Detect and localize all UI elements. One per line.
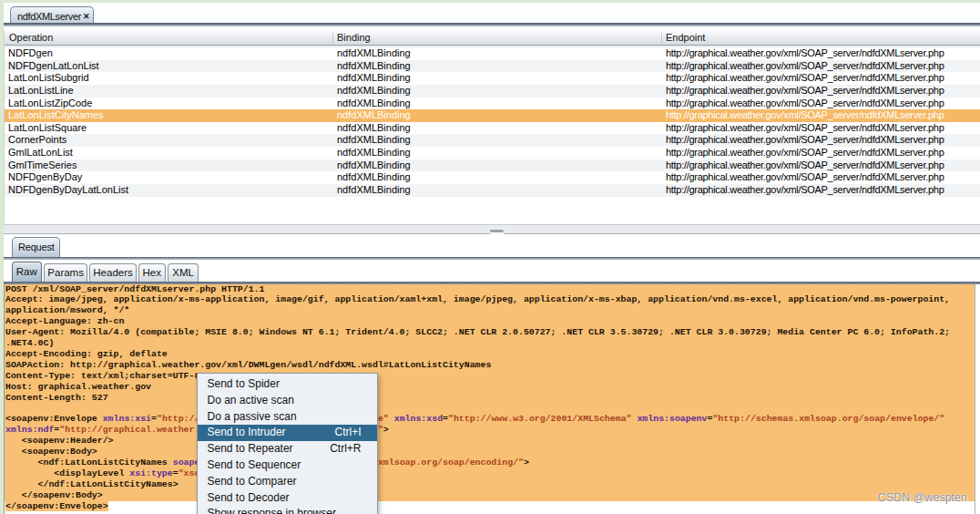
table-row[interactable]: NDFDgenByDayndfdXMLBindinghttp://graphic… (5, 171, 980, 184)
tab-strip-separator (4, 23, 980, 26)
editor-line: POST /xml/SOAP_server/ndfdXMLserver.php … (5, 284, 975, 295)
request-editor[interactable]: POST /xml/SOAP_server/ndfdXMLserver.php … (4, 284, 975, 514)
editor-tab-label: Raw (13, 266, 41, 277)
cell-endpoint: http://graphical.weather.gov/xml/SOAP_se… (666, 109, 980, 122)
cell-endpoint: http://graphical.weather.gov/xml/SOAP_se… (666, 85, 980, 98)
editor-line: application/msword, */* (5, 305, 975, 316)
cell-op: NDFDgenByDayLatLonList (8, 184, 332, 197)
cell-op: NDFDgen (8, 47, 332, 60)
cell-op: CornerPoints (8, 134, 332, 147)
editor-line: Accept: image/jpeg, application/x-ms-app… (5, 294, 975, 305)
editor-line: Host: graphical.weather.gov (5, 382, 975, 393)
editor-line: .NET4.0C) (5, 338, 975, 349)
menu-item-do-an-active-scan[interactable]: Do an active scan (198, 393, 377, 409)
menu-item-label: Show response in browser (208, 507, 336, 514)
split-divider[interactable] (4, 224, 980, 234)
column-header-binding[interactable]: Binding (337, 32, 371, 43)
editor-line: </ndf:LatLonListCityNames> (5, 479, 975, 490)
editor-line: SOAPAction: http://graphical.weather.gov… (5, 360, 975, 371)
editor-token: xmlns:xsi (103, 414, 151, 424)
menu-item-send-to-decoder[interactable]: Send to Decoder (198, 490, 377, 507)
table-row[interactable]: LatLonListLinendfdXMLBindinghttp://graph… (5, 85, 980, 98)
menu-item-shortcut: Ctrl+R (330, 441, 361, 457)
editor-line: Content-Length: 527 (5, 393, 975, 404)
tab-close-icon[interactable]: ✕ (83, 12, 90, 21)
cell-binding: ndfdXMLBinding (337, 134, 660, 147)
editor-token: <soapenv:Body> (5, 447, 97, 457)
cell-binding: ndfdXMLBinding (337, 85, 660, 98)
editor-token: > (524, 457, 529, 468)
cell-binding: ndfdXMLBinding (337, 159, 660, 172)
editor-tab-xml[interactable]: XML (168, 263, 199, 283)
editor-tab-headers[interactable]: Headers (89, 263, 137, 283)
editor-token: Accept-Encoding: gzip, deflate (5, 349, 168, 359)
table-row[interactable]: NDFDgenndfdXMLBindinghttp://graphical.we… (5, 47, 980, 60)
table-row[interactable]: NDFDgenLatLonListndfdXMLBindinghttp://gr… (5, 60, 980, 73)
column-header-operation[interactable]: Operation (9, 32, 53, 43)
editor-line: <soapenv:Envelope xmlns:xsi="http://www.… (5, 414, 975, 425)
editor-line: <displayLevel xsi:type="xsd:integer">?</… (5, 468, 975, 479)
editor-token: Content-Type: text/xml;charset=UTF-8 (5, 371, 199, 381)
editor-token: POST /xml/SOAP_server/ndfdXMLserver.php … (5, 284, 264, 294)
context-menu: Send to SpiderDo an active scanDo a pass… (197, 373, 378, 514)
menu-item-send-to-intruder[interactable]: Send to IntruderCtrl+I (198, 425, 377, 441)
editor-token: xmlns:ndf (5, 425, 54, 435)
editor-token: > (383, 425, 389, 435)
menu-item-label: Do a passive scan (208, 410, 297, 423)
table-row[interactable]: LatLonListSquarendfdXMLBindinghttp://gra… (5, 122, 980, 135)
editor-line: Content-Type: text/xml;charset=UTF-8 (5, 371, 975, 382)
table-row[interactable]: LatLonListZipCodendfdXMLBindinghttp://gr… (5, 98, 980, 110)
cell-endpoint: http://graphical.weather.gov/xml/SOAP_se… (666, 98, 980, 110)
editor-token: Accept: image/jpeg, application/x-ms-app… (5, 294, 950, 304)
editor-line: <soapenv:Header/> (5, 436, 975, 447)
editor-token: .NET4.0C) (5, 338, 54, 348)
cell-binding: ndfdXMLBinding (337, 122, 660, 135)
editor-line: </soapenv:Envelope> (5, 501, 975, 512)
editor-line: xmlns:ndf="http://graphical.weather.gov/… (5, 425, 975, 436)
table-row[interactable]: GmlLatLonListndfdXMLBindinghttp://graphi… (5, 147, 980, 159)
table-row[interactable]: NDFDgenByDayLatLonListndfdXMLBindinghttp… (5, 184, 980, 197)
editor-tab-raw[interactable]: Raw (12, 262, 42, 283)
cell-op: GmlLatLonList (8, 147, 332, 159)
editor-token: </ndf:LatLonListCityNames> (5, 479, 179, 489)
editor-tab-params[interactable]: Params (44, 263, 88, 283)
menu-item-label: Send to Comparer (208, 475, 297, 488)
cell-endpoint: http://graphical.weather.gov/xml/SOAP_se… (666, 60, 980, 73)
table-row[interactable]: GmlTimeSeriesndfdXMLBindinghttp://graphi… (5, 159, 980, 172)
menu-item-send-to-comparer[interactable]: Send to Comparer (198, 474, 377, 490)
cell-endpoint: http://graphical.weather.gov/xml/SOAP_se… (666, 184, 980, 197)
table-row[interactable]: CornerPointsndfdXMLBindinghttp://graphic… (5, 134, 980, 147)
editor-token: Host: graphical.weather.gov (5, 382, 151, 392)
column-header-endpoint[interactable]: Endpoint (666, 32, 705, 43)
cell-op: NDFDgenLatLonList (8, 60, 332, 73)
tab-request-label: Request (18, 242, 55, 252)
table-row[interactable]: LatLonListSubgridndfdXMLBindinghttp://gr… (5, 72, 980, 85)
editor-token: Accept-Language: zh-cn (5, 316, 124, 326)
menu-item-label: Do an active scan (208, 394, 294, 406)
menu-item-do-a-passive-scan[interactable]: Do a passive scan (198, 409, 377, 426)
cell-endpoint: http://graphical.weather.gov/xml/SOAP_se… (666, 171, 980, 184)
cell-op: LatLonListSubgrid (8, 72, 332, 85)
editor-token: </soapenv:Body> (5, 490, 103, 500)
editor-tab-label: Hex (139, 267, 165, 278)
tab-title: ndfdXMLserver (17, 11, 81, 22)
menu-item-label: Send to Spider (208, 377, 280, 390)
divider-grip-icon[interactable] (490, 230, 504, 233)
editor-token: User-Agent: Mozilla/4.0 (compatible; MSI… (5, 327, 950, 337)
menu-item-send-to-sequencer[interactable]: Send to Sequencer (198, 457, 377, 474)
editor-token: <ndf:LatLonListCityNames (5, 457, 173, 468)
table-row[interactable]: LatLonListCityNamesndfdXMLBindinghttp://… (5, 109, 980, 122)
cell-endpoint: http://graphical.weather.gov/xml/SOAP_se… (666, 147, 980, 159)
tab-request[interactable]: Request (12, 237, 60, 257)
menu-item-label: Send to Repeater (208, 442, 293, 455)
column-separator (661, 32, 662, 43)
editor-line: Accept-Encoding: gzip, deflate (5, 349, 975, 360)
editor-line: <soapenv:Body> (5, 447, 975, 457)
editor-tab-hex[interactable]: Hex (138, 263, 166, 283)
menu-item-send-to-repeater[interactable]: Send to RepeaterCtrl+R (198, 441, 377, 457)
cell-binding: ndfdXMLBinding (337, 60, 660, 73)
menu-item-send-to-spider[interactable]: Send to Spider (198, 376, 377, 393)
editor-token: Content-Length: 527 (5, 393, 108, 403)
menu-item-label: Send to Sequencer (208, 458, 301, 471)
menu-item-show-response-in-browser[interactable]: Show response in browser (198, 506, 377, 514)
